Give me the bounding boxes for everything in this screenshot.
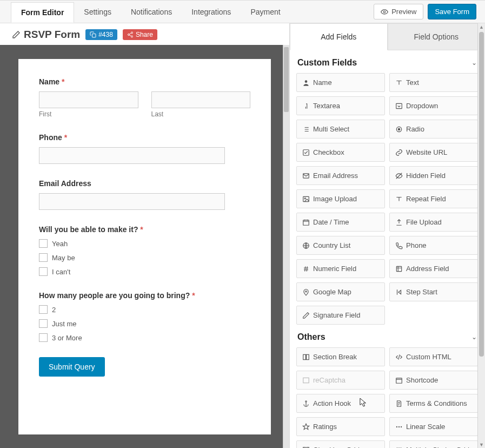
calendar-icon — [302, 219, 310, 226]
field-item-repeat[interactable]: Repeat Field — [389, 189, 478, 208]
tab-form-editor[interactable]: Form Editor — [11, 2, 74, 23]
tab-notifications[interactable]: Notifications — [121, 2, 182, 23]
svg-rect-19 — [307, 354, 309, 359]
field-item-google-map[interactable]: Google Map — [296, 282, 385, 301]
section-custom-fields-header[interactable]: Custom Fields ⌄ — [296, 50, 478, 73]
tab-field-options[interactable]: Field Options — [388, 23, 486, 50]
attend-option[interactable]: Yeah — [39, 239, 250, 248]
tab-add-fields[interactable]: Add Fields — [290, 23, 388, 50]
signature-icon — [302, 312, 310, 319]
scrollbar-arrow-down-icon[interactable]: ▼ — [478, 441, 485, 448]
hash-icon — [302, 265, 310, 273]
field-item-custom-html[interactable]: Custom HTML — [389, 347, 478, 366]
field-item-numeric[interactable]: Numeric Field — [296, 259, 385, 278]
submit-button[interactable]: Submit Query — [39, 357, 105, 377]
field-item-label: Image Upload — [313, 195, 357, 203]
recaptcha-icon — [302, 377, 310, 384]
form-id-chip[interactable]: #438 — [85, 29, 117, 40]
eye-icon — [381, 8, 388, 16]
phone-input[interactable] — [39, 147, 225, 164]
preview-label: Preview — [391, 8, 416, 16]
svg-point-4 — [131, 36, 132, 37]
share-chip[interactable]: Share — [123, 29, 157, 40]
field-item-url[interactable]: Website URL — [389, 143, 478, 162]
field-item-label: Google Map — [313, 288, 351, 296]
svg-point-23 — [396, 426, 397, 427]
people-option[interactable]: 3 or More — [39, 333, 250, 342]
scrollbar-arrow-up-icon[interactable]: ▲ — [478, 23, 485, 31]
form-id-text: #438 — [98, 31, 113, 38]
section-others-header[interactable]: Others ⌄ — [296, 325, 478, 347]
tab-payment[interactable]: Payment — [241, 2, 290, 23]
field-item-ratings[interactable]: Ratings — [296, 417, 385, 436]
field-item-file-upload[interactable]: File Upload — [389, 213, 478, 232]
field-item-section-break[interactable]: Section Break — [296, 347, 385, 366]
tab-settings[interactable]: Settings — [74, 2, 121, 23]
field-item-country[interactable]: Country List — [296, 236, 385, 255]
attend-option[interactable]: I can't — [39, 267, 250, 276]
people-label: How many people are you going to bring? — [39, 291, 190, 300]
field-item-recaptcha[interactable]: reCaptcha — [296, 371, 385, 390]
field-item-terms[interactable]: Terms & Conditions — [389, 394, 478, 413]
attend-option[interactable]: May be — [39, 253, 250, 262]
palette-scrollbar[interactable]: ▲ ▼ — [477, 23, 485, 448]
save-form-button[interactable]: Save Form — [428, 4, 476, 19]
preview-button[interactable]: Preview — [374, 4, 423, 19]
field-item-signature[interactable]: Signature Field — [296, 306, 385, 325]
field-item-datetime[interactable]: Date / Time — [296, 213, 385, 232]
svg-rect-6 — [396, 103, 402, 108]
tab-integrations[interactable]: Integrations — [182, 2, 241, 23]
field-item-hidden[interactable]: Hidden Field — [389, 166, 478, 185]
field-item-label: Custom HTML — [406, 353, 451, 361]
svg-point-25 — [401, 426, 402, 427]
people-option[interactable]: Just me — [39, 319, 250, 328]
field-item-linear-scale[interactable]: Linear Scale — [389, 417, 478, 436]
field-item-label: Radio — [406, 125, 424, 133]
field-item-name[interactable]: Name — [296, 73, 385, 92]
pin-icon — [302, 288, 310, 296]
link-icon — [395, 149, 403, 156]
field-item-text[interactable]: Text — [389, 73, 478, 92]
required-asterisk: * — [64, 133, 67, 142]
first-name-input[interactable] — [39, 91, 138, 108]
field-item-multiple-choice-grid[interactable]: Multiple Choice Grid — [389, 440, 478, 448]
phone-label: Phone — [39, 133, 62, 142]
email-input[interactable] — [39, 193, 225, 210]
field-item-dropdown[interactable]: Dropdown — [389, 96, 478, 115]
last-name-input[interactable] — [151, 91, 251, 108]
field-item-radio[interactable]: Radio — [389, 120, 478, 139]
field-name: Name * First Last — [39, 77, 250, 118]
field-item-checkbox[interactable]: Checkbox — [296, 143, 385, 162]
checkbox-icon — [39, 319, 48, 328]
field-item-checkbox-grid[interactable]: Checkbox Grid — [296, 440, 385, 448]
upload-icon — [395, 219, 403, 226]
field-item-action-hook[interactable]: Action Hook — [296, 394, 385, 413]
share-text: Share — [136, 31, 153, 38]
people-option[interactable]: 2 — [39, 305, 250, 314]
option-label: Just me — [52, 320, 77, 328]
field-item-label: Linear Scale — [406, 423, 445, 431]
chevron-down-icon: ⌄ — [471, 59, 477, 67]
field-item-multiselect[interactable]: Multi Select — [296, 120, 385, 139]
field-item-address[interactable]: Address Field — [389, 259, 478, 278]
canvas-scrollbar[interactable] — [283, 45, 289, 448]
image-icon — [302, 195, 310, 203]
required-asterisk: * — [140, 225, 143, 234]
field-item-image-upload[interactable]: Image Upload — [296, 189, 385, 208]
field-item-step-start[interactable]: Step Start — [389, 282, 478, 301]
svg-point-2 — [131, 32, 132, 34]
svg-rect-12 — [303, 196, 309, 201]
radio-icon — [395, 126, 403, 133]
field-item-label: Text — [406, 78, 419, 87]
dropdown-icon — [395, 102, 403, 110]
dots-icon — [395, 423, 403, 431]
field-item-label: Numeric Field — [313, 265, 356, 273]
field-item-textarea[interactable]: Textarea — [296, 96, 385, 115]
form-canvas-scroll[interactable]: Name * First Last Phone * — [0, 45, 289, 448]
field-item-phone[interactable]: Phone — [389, 236, 478, 255]
field-item-email[interactable]: Email Address — [296, 166, 385, 185]
field-item-shortcode[interactable]: Shortcode — [389, 371, 478, 390]
field-item-label: Step Start — [406, 288, 437, 296]
main-tabs: Form Editor Settings Notifications Integ… — [11, 2, 290, 23]
svg-rect-18 — [303, 354, 306, 359]
